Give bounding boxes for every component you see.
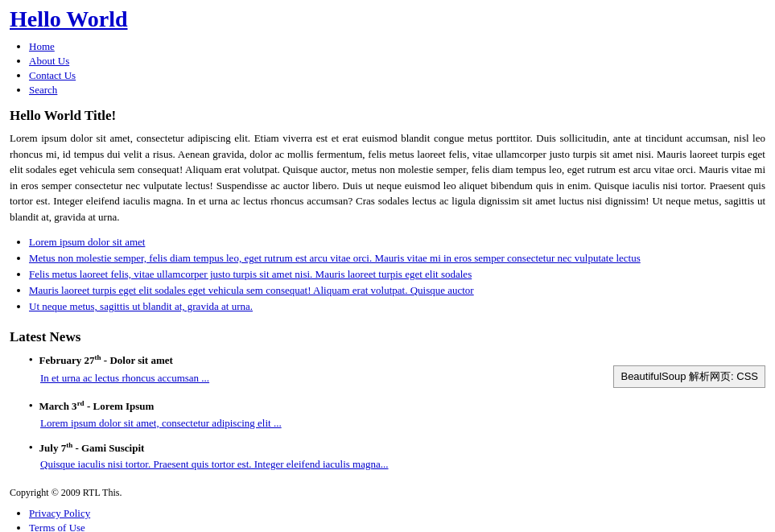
bullet-link-3[interactable]: Mauris laoreet turpis eget elit sodales … [29,284,474,296]
nav-link-about[interactable]: About Us [29,55,69,67]
news-date-1: March 3 [39,401,77,413]
footer-nav-item-privacy: Privacy Policy [29,507,765,520]
beautifulsoup-tooltip: BeautifulSoup 解析网页: CSS [613,365,765,388]
footer-link-privacy[interactable]: Privacy Policy [29,507,90,519]
latest-news-title: Latest News [10,329,765,345]
bullet-link-item-3: Mauris laoreet turpis eget elit sodales … [29,284,765,297]
nav-item-contact: Contact Us [29,69,765,82]
news-headline-row-2: • July 7th - Gami Suscipit [10,441,765,455]
nav-link-home[interactable]: Home [29,40,55,52]
bullet-link-1[interactable]: Metus non molestie semper, felis diam te… [29,252,641,264]
news-excerpt-row-0: In et urna ac lectus rhoncus accumsan ..… [10,370,765,388]
news-headline-suffix-1: - Lorem Ipsum [85,401,155,413]
news-bullet-2: • [29,441,33,454]
news-item-0: • February 27th - Dolor sit amet In et u… [10,353,765,388]
news-excerpt-2: Quisque iaculis nisi tortor. Praesent qu… [40,458,765,471]
bullet-links: Lorem ipsum dolor sit amet Metus non mol… [29,236,765,313]
news-date-2: July 7 [39,442,67,454]
news-headline-suffix-0: - Dolor sit amet [101,354,173,366]
news-excerpt-link-1[interactable]: Lorem ipsum dolor sit amet, consectetur … [40,417,282,429]
nav-item-home: Home [29,40,765,53]
footer-nav: Privacy Policy Terms of Use [29,507,765,532]
news-headline-2: July 7th - Gami Suscipit [39,441,145,455]
news-list: • February 27th - Dolor sit amet In et u… [10,353,765,471]
site-title-link[interactable]: Hello World [10,17,128,29]
news-excerpt-link-0[interactable]: In et urna ac lectus rhoncus accumsan ..… [40,372,209,384]
bullet-link-item-4: Ut neque metus, sagittis ut blandit at, … [29,300,765,313]
news-headline-suffix-2: - Gami Suscipit [72,442,144,454]
bullet-link-0[interactable]: Lorem ipsum dolor sit amet [29,236,145,248]
main-section-title: Hello World Title! [10,108,765,124]
nav-item-search: Search [29,84,765,97]
main-paragraph: Lorem ipsum dolor sit amet, consectetur … [10,130,765,225]
nav-list: Home About Us Contact Us Search [29,40,765,97]
nav-link-search[interactable]: Search [29,84,57,96]
news-excerpt-0: In et urna ac lectus rhoncus accumsan ..… [40,372,420,385]
news-date-sup-0: th [95,353,101,361]
beautifulsoup-tooltip-col: BeautifulSoup 解析网页: CSS [436,370,765,388]
bullet-link-item-2: Felis metus laoreet felis, vitae ullamco… [29,268,765,281]
nav-link-contact[interactable]: Contact Us [29,69,76,81]
news-date-sup-2: th [66,441,72,449]
copyright: Copyright © 2009 RTL This. [10,487,765,499]
news-item-1: • March 3rd - Lorem Ipsum Lorem ipsum do… [10,399,765,429]
site-title: Hello World [10,6,128,32]
bullet-link-item-0: Lorem ipsum dolor sit amet [29,236,765,249]
bullet-link-4[interactable]: Ut neque metus, sagittis ut blandit at, … [29,300,253,312]
news-headline-1: March 3rd - Lorem Ipsum [39,399,155,413]
nav-item-about: About Us [29,55,765,68]
footer-link-terms[interactable]: Terms of Use [29,522,85,532]
news-item-2: • July 7th - Gami Suscipit Quisque iacul… [10,441,765,471]
footer-nav-item-terms: Terms of Use [29,522,765,532]
news-excerpt-link-2[interactable]: Quisque iaculis nisi tortor. Praesent qu… [40,458,389,470]
bullet-link-item-1: Metus non molestie semper, felis diam te… [29,252,765,265]
news-bullet-0: • [29,353,33,366]
news-date-sup-1: rd [77,399,85,407]
news-excerpt-1: Lorem ipsum dolor sit amet, consectetur … [40,417,765,430]
news-bullet-1: • [29,399,33,412]
news-headline-row-1: • March 3rd - Lorem Ipsum [10,399,765,413]
news-date-0: February 27 [39,354,95,366]
bullet-link-2[interactable]: Felis metus laoreet felis, vitae ullamco… [29,268,472,280]
news-headline-0: February 27th - Dolor sit amet [39,353,173,367]
